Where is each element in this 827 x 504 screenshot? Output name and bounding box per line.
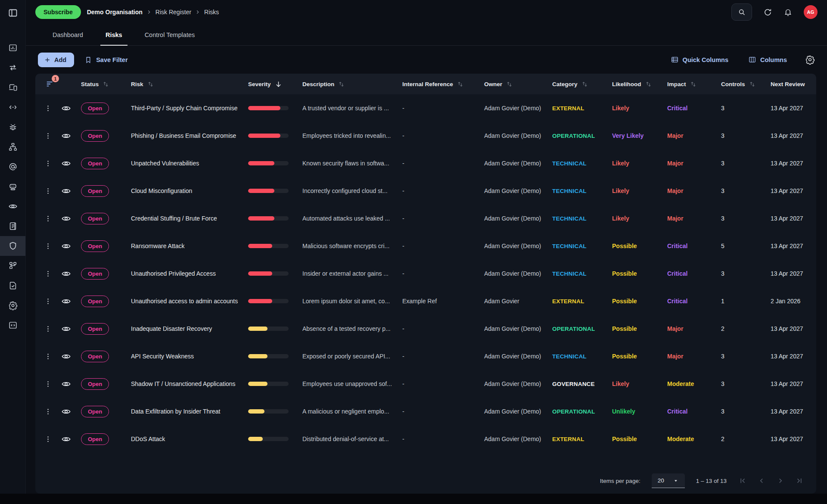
save-filter-button[interactable]: Save Filter [78, 52, 134, 68]
column-header-internal-reference[interactable]: Internal Reference [402, 81, 484, 88]
row-menu-button[interactable] [42, 240, 59, 252]
sidebar-item-bug[interactable] [0, 117, 25, 137]
sidebar-item-code[interactable] [0, 97, 25, 117]
table-row[interactable]: Open Unpatched Vulnerabilities Known sec… [35, 149, 816, 177]
main-area: Subscribe Demo Organisation Risk Registe… [26, 0, 827, 494]
table-row[interactable]: Open Shadow IT / Unsanctioned Applicatio… [35, 370, 816, 398]
table-settings-button[interactable] [805, 55, 815, 65]
breadcrumb-risk-register[interactable]: Risk Register [155, 9, 191, 16]
row-menu-button[interactable] [42, 433, 59, 445]
column-header-status[interactable]: Status [81, 81, 131, 88]
column-header-impact[interactable]: Impact [667, 81, 721, 88]
search-button[interactable] [731, 3, 752, 21]
risk-description: Employees use unapproved sof... [302, 380, 402, 387]
row-menu-button[interactable] [42, 378, 59, 390]
row-menu-button[interactable] [42, 213, 59, 224]
sidebar-item-devices[interactable] [0, 78, 25, 97]
tab-control-templates[interactable]: Control Templates [135, 24, 205, 45]
impact: Major [667, 160, 721, 167]
row-view-button[interactable] [59, 432, 81, 446]
column-header-severity[interactable]: Severity [248, 80, 302, 88]
sidebar-item-mentions[interactable] [0, 157, 25, 177]
add-button[interactable]: Add [38, 53, 74, 67]
row-view-button[interactable] [59, 102, 81, 115]
table-row[interactable]: Open Ransomware Attack Malicious softwar… [35, 232, 816, 260]
kebab-icon [44, 187, 58, 195]
bottom-strip [0, 494, 827, 504]
internal-reference: - [402, 270, 484, 277]
notifications-button[interactable] [783, 8, 793, 17]
row-view-button[interactable] [59, 240, 81, 253]
controls-count: 3 [721, 160, 771, 167]
columns-button[interactable]: Columns [742, 52, 793, 68]
next-page-button[interactable] [776, 476, 785, 485]
table-row[interactable]: Open Credential Stuffing / Brute Force A… [35, 205, 816, 232]
row-view-button[interactable] [59, 157, 81, 170]
row-menu-button[interactable] [42, 130, 59, 142]
column-header-owner[interactable]: Owner [484, 81, 552, 88]
column-header-next-review[interactable]: Next Review [771, 81, 809, 87]
items-per-page-select[interactable]: 20 [652, 473, 685, 488]
row-menu-button[interactable] [42, 185, 59, 197]
row-view-button[interactable] [59, 350, 81, 363]
column-header-category[interactable]: Category [552, 81, 612, 88]
table-row[interactable]: Open Inadequate Disaster Recovery Absenc… [35, 315, 816, 342]
row-view-button[interactable] [59, 129, 81, 143]
table-row[interactable]: Open Unauthorised access to admin accoun… [35, 287, 816, 315]
sidebar-item-risk-register[interactable] [0, 236, 25, 256]
breadcrumb-risks[interactable]: Risks [204, 9, 219, 16]
table-row[interactable]: Open Cloud Misconfiguration Incorrectly … [35, 177, 816, 205]
row-view-button[interactable] [59, 405, 81, 418]
quick-columns-button[interactable]: Quick Columns [665, 52, 734, 68]
table-row[interactable]: Open API Security Weakness Exposed or po… [35, 342, 816, 370]
row-menu-button[interactable] [42, 268, 59, 280]
row-view-button[interactable] [59, 295, 81, 308]
tab-dashboard[interactable]: Dashboard [43, 24, 93, 45]
status-badge: Open [81, 185, 109, 197]
column-header-description[interactable]: Description [302, 81, 402, 88]
sidebar-item-transfers[interactable] [0, 58, 25, 78]
tab-risks[interactable]: Risks [96, 24, 132, 45]
column-header-controls[interactable]: Controls [721, 81, 771, 88]
sidebar-item-code-box[interactable] [0, 315, 25, 335]
row-menu-button[interactable] [42, 296, 59, 307]
sidebar-item-workflow[interactable] [0, 256, 25, 276]
row-menu-button[interactable] [42, 323, 59, 335]
sidebar-item-robot[interactable] [0, 177, 25, 196]
table-row[interactable]: Open DDoS Attack Distributed denial-of-s… [35, 425, 816, 453]
sidebar-item-sitemap[interactable] [0, 137, 25, 157]
table-row[interactable]: Open Third-Party / Supply Chain Compromi… [35, 94, 816, 122]
category: OPERATIONAL [552, 133, 612, 139]
subscribe-button[interactable]: Subscribe [35, 5, 81, 19]
column-header-likelihood[interactable]: Likelihood [612, 81, 667, 88]
table-row[interactable]: Open Data Exfiltration by Insider Threat… [35, 398, 816, 425]
sidebar-item-visibility[interactable] [0, 196, 25, 216]
column-label: Likelihood [612, 81, 641, 87]
sidebar-item-documents[interactable] [0, 216, 25, 236]
first-page-button[interactable] [738, 476, 747, 485]
breadcrumb-organisation[interactable]: Demo Organisation [87, 9, 143, 16]
sidebar-item-tasks[interactable] [0, 276, 25, 296]
row-menu-button[interactable] [42, 103, 59, 114]
table-row[interactable]: Open Phishing / Business Email Compromis… [35, 122, 816, 149]
previous-page-button[interactable] [757, 476, 766, 485]
refresh-button[interactable] [763, 8, 772, 17]
row-view-button[interactable] [59, 377, 81, 391]
row-view-button[interactable] [59, 212, 81, 225]
row-view-button[interactable] [59, 267, 81, 280]
row-menu-button[interactable] [42, 351, 59, 362]
filter-button[interactable]: 1 [42, 79, 81, 89]
controls-count: 3 [721, 132, 771, 139]
table-row[interactable]: Open Unauthorised Privileged Access Insi… [35, 260, 816, 287]
sidebar-item-settings[interactable] [0, 296, 25, 315]
column-header-risk[interactable]: Risk [131, 81, 248, 88]
last-page-button[interactable] [795, 476, 804, 485]
row-view-button[interactable] [59, 184, 81, 198]
severity-bar [248, 409, 289, 414]
row-view-button[interactable] [59, 322, 81, 336]
sidebar-toggle-button[interactable] [0, 0, 25, 26]
row-menu-button[interactable] [42, 158, 59, 169]
sidebar-item-dashboard[interactable] [0, 38, 25, 58]
row-menu-button[interactable] [42, 406, 59, 417]
avatar[interactable]: AG [804, 5, 818, 19]
